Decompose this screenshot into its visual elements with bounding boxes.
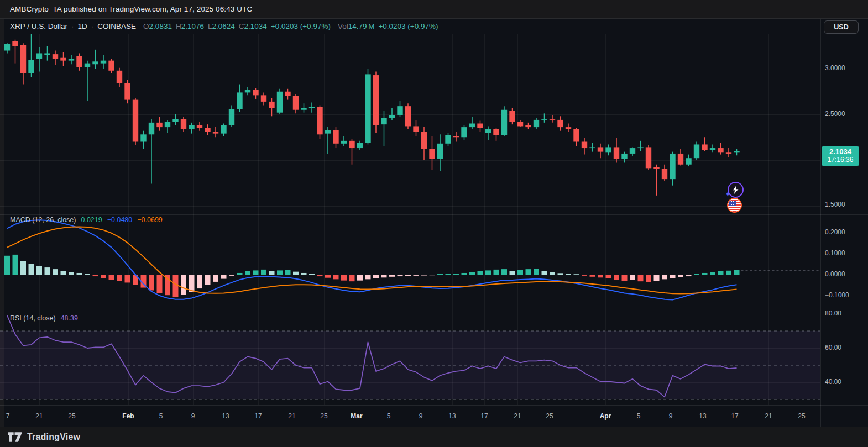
candle[interactable] <box>550 119 555 120</box>
candle[interactable] <box>710 148 715 150</box>
candle[interactable] <box>413 126 419 132</box>
candle[interactable] <box>381 118 386 125</box>
candle[interactable] <box>20 45 26 73</box>
candle[interactable] <box>469 124 475 128</box>
candle[interactable] <box>534 120 539 127</box>
candle[interactable] <box>309 107 315 108</box>
candle[interactable] <box>44 53 50 55</box>
candle[interactable] <box>389 115 395 118</box>
candle[interactable] <box>205 128 210 132</box>
tradingview-logo-icon[interactable] <box>8 432 23 442</box>
candle[interactable] <box>197 125 202 128</box>
candle[interactable] <box>28 60 34 73</box>
candle[interactable] <box>573 129 579 141</box>
candle[interactable] <box>477 124 483 128</box>
candle[interactable] <box>181 119 186 129</box>
candle[interactable] <box>694 144 699 158</box>
candle[interactable] <box>101 61 106 64</box>
candle[interactable] <box>653 167 659 169</box>
candle[interactable] <box>621 154 627 159</box>
candle[interactable] <box>221 125 226 134</box>
candle[interactable] <box>397 106 402 115</box>
candle[interactable] <box>349 141 354 148</box>
candle[interactable] <box>124 83 130 100</box>
candle[interactable] <box>317 107 322 135</box>
candle[interactable] <box>301 108 306 109</box>
candle[interactable] <box>582 142 587 149</box>
candle[interactable] <box>662 169 667 179</box>
candle[interactable] <box>517 122 523 126</box>
candle[interactable] <box>69 59 74 60</box>
candle[interactable] <box>493 129 499 135</box>
timeframe-label[interactable]: 1D <box>78 22 87 30</box>
candle[interactable] <box>172 119 178 122</box>
candle[interactable] <box>261 95 266 102</box>
candle[interactable] <box>365 74 370 143</box>
lightning-event-icon[interactable]: ✦ <box>728 182 744 198</box>
candle[interactable] <box>718 148 723 152</box>
rsi-legend[interactable]: RSI (14, close) 48.39 <box>10 314 78 322</box>
candle[interactable] <box>485 129 491 133</box>
candle[interactable] <box>734 151 739 152</box>
candle[interactable] <box>357 143 363 148</box>
candle[interactable] <box>237 92 242 109</box>
candle[interactable] <box>108 61 114 71</box>
candle[interactable] <box>325 130 331 134</box>
candle[interactable] <box>189 125 194 129</box>
candle[interactable] <box>373 75 379 125</box>
candle[interactable] <box>156 123 162 127</box>
candle[interactable] <box>333 130 338 144</box>
candle[interactable] <box>445 135 451 144</box>
candle[interactable] <box>589 147 595 148</box>
candle[interactable] <box>133 100 138 142</box>
candle[interactable] <box>293 96 299 110</box>
tradingview-wordmark[interactable]: TradingView <box>27 432 80 442</box>
candle[interactable] <box>598 147 603 151</box>
candle[interactable] <box>646 147 651 168</box>
candle[interactable] <box>429 149 435 159</box>
candle[interactable] <box>245 90 250 92</box>
candle[interactable] <box>614 147 619 159</box>
candle[interactable] <box>76 56 82 67</box>
candle[interactable] <box>453 136 459 138</box>
candle[interactable] <box>525 125 531 127</box>
candle[interactable] <box>557 120 563 127</box>
candle[interactable] <box>165 122 170 127</box>
candle[interactable] <box>702 144 707 150</box>
candle[interactable] <box>437 144 443 159</box>
candle[interactable] <box>140 134 146 141</box>
candle[interactable] <box>670 154 675 179</box>
symbol-name[interactable]: XRP / U.S. Dollar <box>10 22 67 30</box>
candle[interactable] <box>269 102 274 108</box>
candle[interactable] <box>12 41 18 46</box>
us-flag-event-icon[interactable] <box>727 198 742 213</box>
candle[interactable] <box>541 119 547 120</box>
chart-area[interactable]: 3.00002.50001.50000.20000.10000.0000−0.1… <box>0 19 868 427</box>
candle[interactable] <box>229 109 234 125</box>
macd-legend[interactable]: MACD (12, 26, close) 0.0219 −0.0480 −0.0… <box>10 216 163 224</box>
candle[interactable] <box>213 132 218 133</box>
candle[interactable] <box>509 111 515 122</box>
candle[interactable] <box>605 147 611 152</box>
candle[interactable] <box>285 92 290 96</box>
candle[interactable] <box>277 92 283 113</box>
candle[interactable] <box>686 158 691 165</box>
candle[interactable] <box>678 154 683 165</box>
candle[interactable] <box>53 54 58 59</box>
candle[interactable] <box>36 53 42 59</box>
candle[interactable] <box>341 141 347 144</box>
candle[interactable] <box>726 152 731 154</box>
candle[interactable] <box>253 90 258 95</box>
candle[interactable] <box>421 132 427 149</box>
candle[interactable] <box>501 110 507 135</box>
candle[interactable] <box>566 127 571 129</box>
candle[interactable] <box>637 147 643 148</box>
candle[interactable] <box>4 44 10 51</box>
candle[interactable] <box>92 61 98 64</box>
candle[interactable] <box>85 64 90 67</box>
candle[interactable] <box>405 106 411 126</box>
candle[interactable] <box>60 58 66 61</box>
candle[interactable] <box>630 148 635 154</box>
currency-toggle-button[interactable]: USD <box>824 20 859 34</box>
candle[interactable] <box>461 127 467 137</box>
